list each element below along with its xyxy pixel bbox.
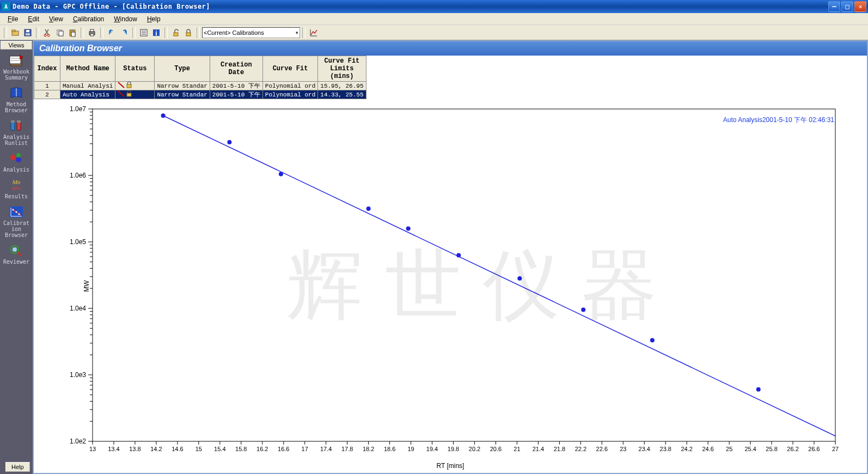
chart-area[interactable]: 辉世仪器 1.0e21.0e31.0e41.0e51.0e61.0e71313.… <box>34 99 867 473</box>
svg-rect-3 <box>26 30 29 32</box>
svg-text:1.0e5: 1.0e5 <box>70 238 86 246</box>
svg-rect-37 <box>93 109 835 441</box>
svg-text:22.6: 22.6 <box>596 446 608 452</box>
cell-index: 2 <box>34 90 60 99</box>
chart-xlabel: RT [mins] <box>34 462 867 470</box>
col-creation[interactable]: Creation Date <box>210 56 262 82</box>
svg-text:24.6: 24.6 <box>702 446 713 452</box>
calib-chart-icon <box>8 205 25 219</box>
sidebar-item-calibration-browser[interactable]: Calibrat ion Browser <box>1 202 32 240</box>
svg-text:13: 13 <box>89 446 96 452</box>
sidebar-item-analysis[interactable]: Analysis <box>1 148 32 175</box>
vials-icon <box>8 119 25 133</box>
svg-point-165 <box>279 172 283 177</box>
save-icon[interactable] <box>22 27 34 39</box>
svg-point-168 <box>456 253 461 257</box>
svg-text:16.2: 16.2 <box>256 446 268 452</box>
menu-calibration[interactable]: Calibration <box>69 14 108 24</box>
sidebar-item-label: Method Browser <box>2 101 30 113</box>
col-status[interactable]: Status <box>115 56 155 82</box>
properties-icon[interactable] <box>138 27 150 39</box>
calibration-table[interactable]: Index Method Name Status Type Creation D… <box>34 56 366 99</box>
svg-rect-25 <box>17 120 21 123</box>
svg-text:18.2: 18.2 <box>363 446 374 452</box>
copy-icon[interactable] <box>54 27 66 39</box>
maximize-button[interactable]: □ <box>841 1 853 12</box>
menu-edit[interactable]: Edit <box>23 14 44 24</box>
menu-window[interactable]: Window <box>109 14 142 24</box>
col-type[interactable]: Type <box>155 56 210 82</box>
svg-text:26.6: 26.6 <box>808 446 820 452</box>
svg-point-163 <box>161 113 166 118</box>
lock-closed-icon[interactable] <box>182 27 194 39</box>
help-button[interactable]: Help <box>5 462 30 472</box>
svg-rect-13 <box>90 29 94 32</box>
table-row[interactable]: 2Auto AnalysisNarrow Standar2001-5-10 下午… <box>34 90 366 99</box>
svg-rect-8 <box>59 31 63 36</box>
sidebar-item-label: Results <box>2 193 30 199</box>
paste-icon[interactable] <box>66 27 78 39</box>
svg-text:21: 21 <box>514 446 520 452</box>
menu-view[interactable]: View <box>45 14 68 24</box>
svg-text:25: 25 <box>726 446 732 452</box>
svg-rect-18 <box>174 33 178 36</box>
redo-icon[interactable] <box>118 27 130 39</box>
sidebar-item-method-browser[interactable]: Method Browser <box>1 83 32 116</box>
chart-ylabel: MW <box>83 280 90 291</box>
svg-point-172 <box>756 387 761 392</box>
svg-rect-22 <box>11 121 15 130</box>
info-icon[interactable]: i <box>150 27 162 39</box>
svg-text:24.2: 24.2 <box>681 446 692 452</box>
col-index[interactable]: Index <box>34 56 60 82</box>
toolbar: i <Current> Calibrations <box>0 25 868 40</box>
table-row[interactable]: 1Manual AnalysiNarrow Standar2001-5-10 下… <box>34 82 366 90</box>
svg-text:1.0e3: 1.0e3 <box>70 371 86 379</box>
sidebar-item-results[interactable]: MnMw Results <box>1 175 32 202</box>
menu-help[interactable]: Help <box>143 14 165 24</box>
svg-text:25.4: 25.4 <box>744 446 756 452</box>
svg-text:17.8: 17.8 <box>341 446 353 452</box>
svg-text:1.0e7: 1.0e7 <box>70 105 86 113</box>
svg-point-27 <box>16 157 21 162</box>
lock-open-icon[interactable] <box>170 27 182 39</box>
svg-point-166 <box>366 206 371 211</box>
undo-icon[interactable] <box>106 27 118 39</box>
book-icon <box>8 86 25 100</box>
close-button[interactable]: ✕ <box>854 1 866 12</box>
sidebar-item-label: Reviewer <box>2 259 30 265</box>
svg-rect-23 <box>17 121 21 130</box>
app-icon: A <box>2 2 10 11</box>
minimize-button[interactable]: – <box>828 1 840 12</box>
panel-title: Calibration Browser <box>34 41 867 56</box>
cell-method: Auto Analysis <box>60 90 115 99</box>
cut-icon[interactable] <box>41 27 53 39</box>
svg-text:13.4: 13.4 <box>108 446 119 452</box>
calibration-chart: 1.0e21.0e31.0e41.0e51.0e61.0e71313.413.8… <box>38 101 863 469</box>
col-curvefit[interactable]: Curve Fit <box>262 56 317 82</box>
svg-point-34 <box>13 247 17 252</box>
cell-type: Narrow Standar <box>155 82 210 90</box>
col-limits[interactable]: Curve Fit Limits (mins) <box>318 56 366 82</box>
sidebar-item-analysis-runlist[interactable]: Analysis Runlist <box>1 116 32 148</box>
svg-text:14.6: 14.6 <box>172 446 183 452</box>
cell-status <box>115 82 155 90</box>
calibrations-dropdown[interactable]: <Current> Calibrations <box>202 27 300 38</box>
views-sidebar: Views Workbook Summary Method Browser An… <box>0 40 33 474</box>
cell-creation: 2001-5-10 下午 <box>210 90 262 99</box>
sidebar-item-reviewer[interactable]: Reviewer <box>1 240 32 267</box>
chart-icon[interactable] <box>308 27 320 39</box>
sidebar-item-workbook-summary[interactable]: Workbook Summary <box>1 50 32 83</box>
svg-rect-19 <box>186 33 191 36</box>
cell-status <box>115 90 155 99</box>
workbook-icon <box>8 53 25 68</box>
window-title: Demo Data - GPC Offline - [Calibration B… <box>13 3 828 10</box>
col-method[interactable]: Method Name <box>60 56 115 82</box>
open-icon[interactable] <box>9 27 21 39</box>
menu-file[interactable]: File <box>3 14 22 24</box>
calibration-table-wrap: Index Method Name Status Type Creation D… <box>34 56 867 99</box>
print-icon[interactable] <box>86 27 98 39</box>
svg-rect-4 <box>26 33 30 35</box>
svg-text:15.8: 15.8 <box>235 446 247 452</box>
svg-text:18.6: 18.6 <box>384 446 395 452</box>
cell-type: Narrow Standar <box>155 90 210 99</box>
